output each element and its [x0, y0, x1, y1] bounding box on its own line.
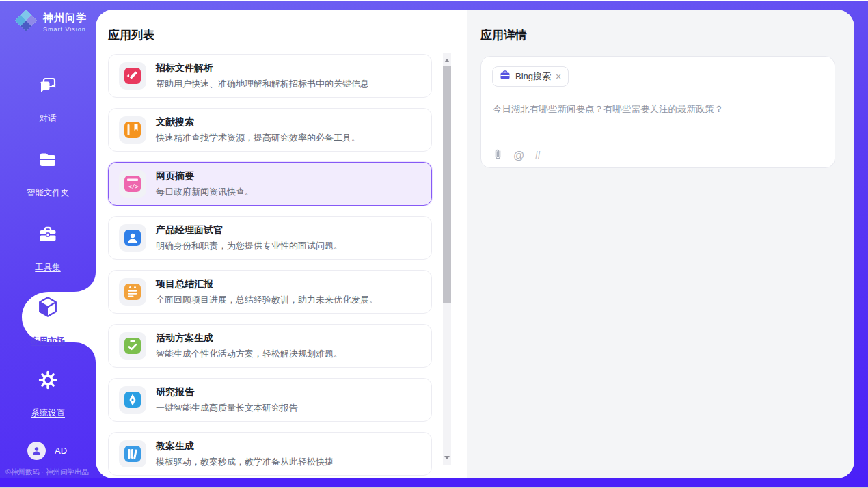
user-name: AD: [55, 446, 67, 456]
app-card-description: 明确身份和职责，为您提供专业性的面试问题。: [156, 240, 342, 252]
cube-icon: [0, 295, 96, 318]
sidebar: 神州问学 Smart Vision 对话 智能文件夹: [0, 0, 96, 478]
app-detail-title: 应用详情: [480, 27, 527, 43]
attachment-toolbar: @ #: [493, 148, 541, 163]
app-card-research-report[interactable]: 研究报告 一键智能生成高质量长文本研究报告: [108, 378, 432, 422]
at-icon[interactable]: @: [513, 150, 524, 162]
app-card-description: 每日政府新闻资讯快查。: [156, 186, 254, 198]
app-card-literature-search[interactable]: 文献搜索 快速精准查找学术资源，提高研究效率的必备工具。: [108, 108, 432, 152]
app-card-description: 智能生成个性化活动方案，轻松解决规划难题。: [156, 348, 342, 360]
clipboard-check-icon: [119, 332, 146, 360]
web-page-icon: </>: [119, 170, 146, 198]
app-card-description: 一键智能生成高质量长文本研究报告: [156, 402, 298, 414]
pen-icon: [119, 386, 146, 414]
brand-logo: 神州问学 Smart Vision: [14, 8, 87, 36]
briefcase-icon: [500, 70, 511, 83]
app-list-panel: 应用列表 招标文件解析 帮助用户快速、准确地理解和解析招标书中的关键信息: [96, 10, 467, 478]
app-list-scrollbar[interactable]: [443, 53, 451, 465]
app-card-pm-interviewer[interactable]: 产品经理面试官 明确身份和职责，为您提供专业性的面试问题。: [108, 216, 432, 260]
folder-icon: [0, 150, 96, 170]
hash-icon[interactable]: #: [534, 150, 541, 162]
prompt-input[interactable]: 今日湖北有哪些新闻要点？有哪些需要关注的最新政策？: [493, 103, 821, 116]
app-card-event-plan-generator[interactable]: 活动方案生成 智能生成个性化活动方案，轻松解决规划难题。: [108, 324, 432, 368]
sidebar-item-toolkit[interactable]: 工具集: [0, 224, 96, 273]
sidebar-item-label: 系统设置: [31, 407, 65, 419]
notepad-icon: [119, 278, 146, 306]
app-detail-panel: 应用详情 Bing搜索 × 今日湖北有哪些新闻要点？有哪些需要关注的最新政策？: [467, 10, 854, 478]
app-card-project-summary-report[interactable]: 项目总结汇报 全面回顾项目进展，总结经验教训，助力未来优化发展。: [108, 270, 432, 314]
sidebar-item-chat[interactable]: 对话: [0, 75, 96, 124]
scroll-up-icon[interactable]: [444, 59, 450, 62]
sidebar-item-label: 智能文件夹: [27, 187, 70, 199]
books-icon: [119, 440, 146, 467]
brand-subtitle: Smart Vision: [43, 26, 87, 33]
app-card-title: 项目总结汇报: [156, 278, 378, 290]
avatar: [27, 442, 46, 460]
bottom-accent-bar: [0, 478, 868, 487]
tool-tag-label: Bing搜索: [515, 70, 551, 83]
toolbox-icon: [0, 224, 96, 245]
svg-text:</>: </>: [128, 184, 139, 190]
sidebar-item-label: 工具集: [35, 262, 61, 273]
close-icon[interactable]: ×: [556, 72, 561, 81]
app-card-description: 全面回顾项目进展，总结经验教训，助力未来优化发展。: [156, 294, 378, 306]
sidebar-item-settings[interactable]: 系统设置: [0, 370, 96, 419]
main-content: 应用列表 招标文件解析 帮助用户快速、准确地理解和解析招标书中的关键信息: [96, 10, 854, 478]
sidebar-item-app-market[interactable]: 应用市场: [0, 295, 96, 347]
app-list-title: 应用列表: [108, 27, 154, 43]
app-card-list: 招标文件解析 帮助用户快速、准确地理解和解析招标书中的关键信息 文献搜索 快速精…: [108, 54, 432, 478]
app-card-title: 网页摘要: [156, 170, 254, 182]
app-card-lesson-plan-generator[interactable]: 教案生成 模板驱动，教案秒成，教学准备从此轻松快捷: [108, 432, 432, 476]
sidebar-item-smart-folders[interactable]: 智能文件夹: [0, 150, 96, 199]
app-card-description: 帮助用户快速、准确地理解和解析招标书中的关键信息: [156, 78, 369, 90]
app-card-description: 模板驱动，教案秒成，教学准备从此轻松快捷: [156, 456, 334, 468]
paperclip-icon[interactable]: [493, 148, 503, 163]
brand-name: 神州问学: [43, 12, 87, 25]
tool-tag-bing-search[interactable]: Bing搜索 ×: [492, 66, 569, 87]
interviewer-icon: [119, 224, 146, 252]
app-card-title: 文献搜索: [156, 116, 360, 128]
app-card-title: 活动方案生成: [156, 332, 342, 344]
user-account[interactable]: AD: [27, 442, 67, 460]
book-icon: [119, 116, 146, 144]
app-card-web-page-summary[interactable]: </> 网页摘要 每日政府新闻资讯快查。: [108, 162, 432, 206]
sidebar-item-label: 对话: [40, 113, 57, 124]
sidebar-item-label: 应用市场: [31, 336, 65, 347]
gear-icon: [0, 370, 96, 390]
app-card-bid-document-analysis[interactable]: 招标文件解析 帮助用户快速、准确地理解和解析招标书中的关键信息: [108, 54, 432, 98]
scrollbar-thumb[interactable]: [443, 66, 451, 303]
app-card-title: 研究报告: [156, 386, 298, 398]
chat-icon: [0, 75, 96, 96]
scroll-down-icon[interactable]: [444, 456, 450, 459]
app-card-title: 产品经理面试官: [156, 224, 342, 236]
diamond-logo-icon: [14, 8, 38, 36]
copyright-footer: ©神州数码 · 神州问学出品: [5, 467, 94, 477]
app-card-title: 招标文件解析: [156, 62, 369, 74]
app-card-title: 教案生成: [156, 440, 334, 452]
prompt-card: Bing搜索 × 今日湖北有哪些新闻要点？有哪些需要关注的最新政策？ @ #: [480, 56, 835, 168]
app-card-description: 快速精准查找学术资源，提高研究效率的必备工具。: [156, 132, 360, 144]
edit-document-icon: [119, 62, 146, 90]
